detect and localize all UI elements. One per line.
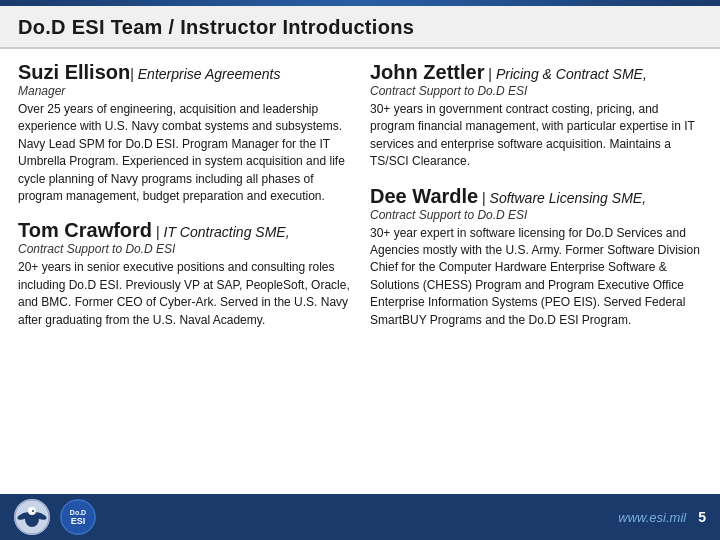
john-zettler-name: John Zettler (370, 61, 484, 83)
dee-wardle-name-line: Dee Wardle | Software Licensing SME, (370, 185, 702, 208)
page-title: Do.D ESI Team / Instructor Introductions (18, 16, 702, 39)
tom-crawford-name-line: Tom Crawford | IT Contracting SME, (18, 219, 350, 242)
person-suzi-ellison: Suzi Ellison| Enterprise Agreements Mana… (18, 61, 350, 205)
dee-wardle-role: Software Licensing SME, (490, 190, 646, 206)
footer-logos: Do.D ESI (14, 499, 96, 535)
left-column: Suzi Ellison| Enterprise Agreements Mana… (18, 61, 350, 343)
dod-logo (14, 499, 50, 535)
right-column: John Zettler | Pricing & Contract SME, C… (370, 61, 702, 343)
main-content: Suzi Ellison| Enterprise Agreements Mana… (0, 49, 720, 343)
dee-wardle-subtitle: Contract Support to Do.D ESI (370, 208, 702, 222)
svg-text:ESI: ESI (71, 516, 86, 526)
suzi-ellison-name-line: Suzi Ellison| Enterprise Agreements (18, 61, 350, 84)
person-dee-wardle: Dee Wardle | Software Licensing SME, Con… (370, 185, 702, 329)
john-zettler-name-line: John Zettler | Pricing & Contract SME, (370, 61, 702, 84)
svg-point-5 (32, 510, 34, 512)
tom-crawford-separator: | (152, 224, 163, 240)
person-john-zettler: John Zettler | Pricing & Contract SME, C… (370, 61, 702, 171)
footer-url: www.esi.mil (618, 510, 686, 525)
john-zettler-separator: | (484, 66, 495, 82)
john-zettler-desc: 30+ years in government contract costing… (370, 101, 702, 171)
header: Do.D ESI Team / Instructor Introductions (0, 6, 720, 49)
suzi-ellison-separator: | (130, 66, 138, 82)
tom-crawford-subtitle: Contract Support to Do.D ESI (18, 242, 350, 256)
john-zettler-role: Pricing & Contract SME, (496, 66, 647, 82)
person-tom-crawford: Tom Crawford | IT Contracting SME, Contr… (18, 219, 350, 329)
tom-crawford-role: IT Contracting SME, (164, 224, 290, 240)
footer-right: www.esi.mil 5 (618, 509, 706, 525)
tom-crawford-name: Tom Crawford (18, 219, 152, 241)
dee-wardle-name: Dee Wardle (370, 185, 478, 207)
svg-text:Do.D: Do.D (70, 509, 86, 516)
suzi-ellison-role: Enterprise Agreements (138, 66, 281, 82)
footer-page: 5 (698, 509, 706, 525)
esi-logo: Do.D ESI (60, 499, 96, 535)
suzi-ellison-name: Suzi Ellison (18, 61, 130, 83)
tom-crawford-desc: 20+ years in senior executive positions … (18, 259, 350, 329)
suzi-ellison-subtitle: Manager (18, 84, 350, 98)
suzi-ellison-desc: Over 25 years of engineering, acquisitio… (18, 101, 350, 205)
john-zettler-subtitle: Contract Support to Do.D ESI (370, 84, 702, 98)
dee-wardle-separator: | (478, 190, 489, 206)
footer: Do.D ESI www.esi.mil 5 (0, 494, 720, 540)
dee-wardle-desc: 30+ year expert in software licensing fo… (370, 225, 702, 329)
